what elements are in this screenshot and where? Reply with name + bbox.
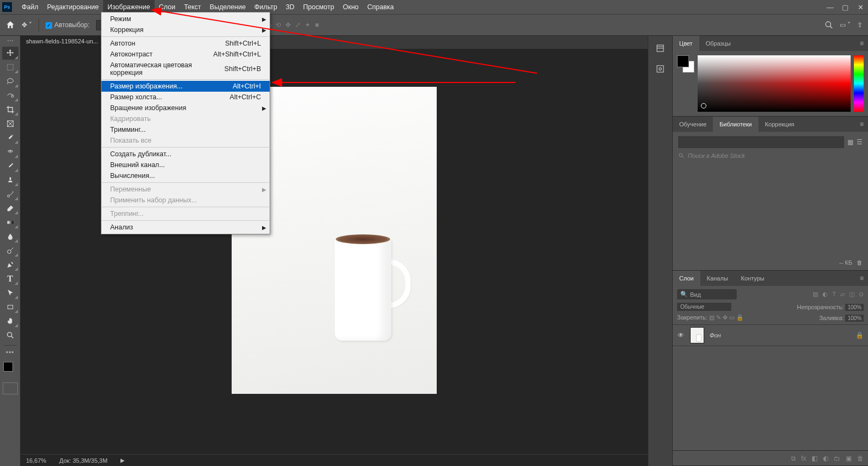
toolbar-grip[interactable] <box>2 40 18 43</box>
history-panel-icon[interactable] <box>652 40 668 56</box>
properties-panel-icon[interactable] <box>652 61 668 77</box>
pen-tool[interactable] <box>2 258 18 271</box>
type-tool[interactable]: T <box>2 272 18 285</box>
opacity-value[interactable]: 100% <box>845 304 864 311</box>
color-swatches[interactable] <box>3 362 17 376</box>
visibility-toggle[interactable]: 👁 <box>677 331 685 339</box>
window-close[interactable]: ✕ <box>853 0 868 14</box>
filter-smart-icon[interactable]: ◫ <box>849 291 854 298</box>
quick-mask-toggle[interactable] <box>3 382 18 394</box>
filter-pixel-icon[interactable]: ▨ <box>813 291 818 298</box>
trash-icon[interactable]: 🗑 <box>857 259 863 266</box>
layer-thumbnail[interactable] <box>690 327 704 343</box>
eyedropper-tool[interactable] <box>2 131 18 144</box>
lasso-tool[interactable] <box>2 75 18 88</box>
fill-value[interactable]: 100% <box>845 315 864 322</box>
document-tab[interactable]: shawn-fields-1198524-un... <box>21 36 104 49</box>
menu-item-размер-изображения---[interactable]: Размер изображения...Alt+Ctrl+I <box>101 81 270 92</box>
search-icon[interactable] <box>825 21 833 29</box>
tab-layers[interactable]: Слои <box>673 271 700 286</box>
chevron-right-icon[interactable]: ▶ <box>120 457 125 463</box>
zoom-level[interactable]: 16,67% <box>26 457 46 464</box>
tab-swatches[interactable]: Образцы <box>699 36 737 51</box>
frame-tool[interactable] <box>2 117 18 130</box>
tab-learn[interactable]: Обучение <box>673 117 713 132</box>
delete-layer-icon[interactable]: 🗑 <box>857 455 864 462</box>
path-selection-tool[interactable] <box>2 286 18 299</box>
tab-paths[interactable]: Контуры <box>735 271 771 286</box>
list-view-icon[interactable]: ☰ <box>857 138 863 146</box>
lock-all-icon[interactable]: 🔒 <box>736 314 744 321</box>
layer-name[interactable]: Фон <box>710 332 721 339</box>
panel-menu-icon[interactable]: ≡ <box>856 36 868 51</box>
gradient-tool[interactable] <box>2 216 18 229</box>
adjustment-layer-icon[interactable]: ◐ <box>823 455 828 462</box>
color-field[interactable] <box>698 55 851 112</box>
menu-item-тримминг---[interactable]: Тримминг... <box>101 124 270 135</box>
layer-mask-icon[interactable]: ◧ <box>812 455 818 462</box>
lock-artboard-icon[interactable]: ▭ <box>729 314 735 321</box>
menu-файл[interactable]: Файл <box>17 0 43 14</box>
menu-просмотр[interactable]: Просмотр <box>299 0 339 14</box>
layer-style-icon[interactable]: fx <box>801 455 806 462</box>
eraser-tool[interactable] <box>2 202 18 215</box>
menu-item-автотон[interactable]: АвтотонShift+Ctrl+L <box>101 38 270 49</box>
lock-image-icon[interactable]: ✎ <box>716 314 721 321</box>
history-brush-tool[interactable] <box>2 188 18 201</box>
blend-mode-dropdown[interactable]: Обычные <box>677 303 731 311</box>
library-selector[interactable] <box>678 136 844 148</box>
dodge-tool[interactable] <box>2 244 18 257</box>
hue-slider[interactable] <box>854 55 864 112</box>
quick-selection-tool[interactable] <box>2 89 18 102</box>
brush-tool[interactable] <box>2 159 18 173</box>
blur-tool[interactable] <box>2 230 18 243</box>
filter-type-icon[interactable]: T <box>832 291 836 298</box>
document-info[interactable]: Док: 35,3M/35,3M <box>59 457 107 464</box>
menu-редактирование[interactable]: Редактирование <box>43 0 103 14</box>
crop-tool[interactable] <box>2 103 18 116</box>
window-maximize[interactable]: ▢ <box>838 0 853 14</box>
tab-channels[interactable]: Каналы <box>700 271 735 286</box>
clone-stamp-tool[interactable] <box>2 174 18 187</box>
auto-select-checkbox[interactable]: ✓Автовыбор: <box>46 21 90 29</box>
image-menu-dropdown[interactable]: Режим▶Коррекция▶АвтотонShift+Ctrl+LАвток… <box>101 12 270 234</box>
menu-item-создать-дубликат---[interactable]: Создать дубликат... <box>101 149 270 159</box>
filter-adjustment-icon[interactable]: ◐ <box>822 291 828 298</box>
filter-toggle[interactable]: ⊙ <box>859 291 864 298</box>
menu-3d[interactable]: 3D <box>282 0 299 14</box>
move-tool-indicator[interactable]: ✥ ˅ <box>22 21 32 29</box>
filter-shape-icon[interactable]: ▱ <box>840 291 845 298</box>
menu-item-режим[interactable]: Режим▶ <box>101 14 270 24</box>
menu-item-автоматическая-цветовая-коррекция[interactable]: Автоматическая цветовая коррекцияShift+C… <box>101 60 270 78</box>
layer-filter[interactable]: 🔍 Вид <box>677 289 737 299</box>
workspace-switcher-icon[interactable]: ▭ ˅ <box>840 21 851 29</box>
lock-transparent-icon[interactable]: ▨ <box>709 314 714 321</box>
menu-item-коррекция[interactable]: Коррекция▶ <box>101 24 270 35</box>
lock-position-icon[interactable]: ✥ <box>723 314 727 321</box>
fg-bg-color-swatch[interactable] <box>677 55 694 73</box>
zoom-tool[interactable] <box>2 329 18 342</box>
menu-item-автоконтраст[interactable]: АвтоконтрастAlt+Shift+Ctrl+L <box>101 49 270 60</box>
move-tool[interactable] <box>2 47 18 60</box>
layer-row[interactable]: 👁 Фон 🔒 <box>673 324 868 346</box>
window-minimize[interactable]: — <box>822 0 838 14</box>
edit-toolbar-icon[interactable]: ••• <box>6 349 15 356</box>
tab-libraries[interactable]: Библиотеки <box>713 117 758 132</box>
menu-item-вычисления---[interactable]: Вычисления... <box>101 170 270 181</box>
panel-menu-icon[interactable]: ≡ <box>856 271 868 286</box>
home-icon[interactable] <box>5 20 15 30</box>
share-icon[interactable]: ⇪ <box>857 21 863 29</box>
menu-окно[interactable]: Окно <box>339 0 363 14</box>
marquee-tool[interactable] <box>2 61 18 74</box>
menu-item-вращение-изображения[interactable]: Вращение изображения▶ <box>101 103 270 113</box>
menu-справка[interactable]: Справка <box>363 0 398 14</box>
menu-item-внешний-канал---[interactable]: Внешний канал... <box>101 159 270 170</box>
tab-adjustments[interactable]: Коррекция <box>758 117 801 132</box>
menu-item-анализ[interactable]: Анализ▶ <box>101 222 270 233</box>
library-search[interactable]: Поиск в Adobe Stock <box>678 152 863 159</box>
tab-color[interactable]: Цвет <box>673 36 699 51</box>
menu-item-размер-холста---[interactable]: Размер холста...Alt+Ctrl+C <box>101 92 270 103</box>
link-layers-icon[interactable]: ⧉ <box>791 455 796 462</box>
rectangle-tool[interactable] <box>2 301 18 314</box>
new-layer-icon[interactable]: ▣ <box>846 455 852 462</box>
